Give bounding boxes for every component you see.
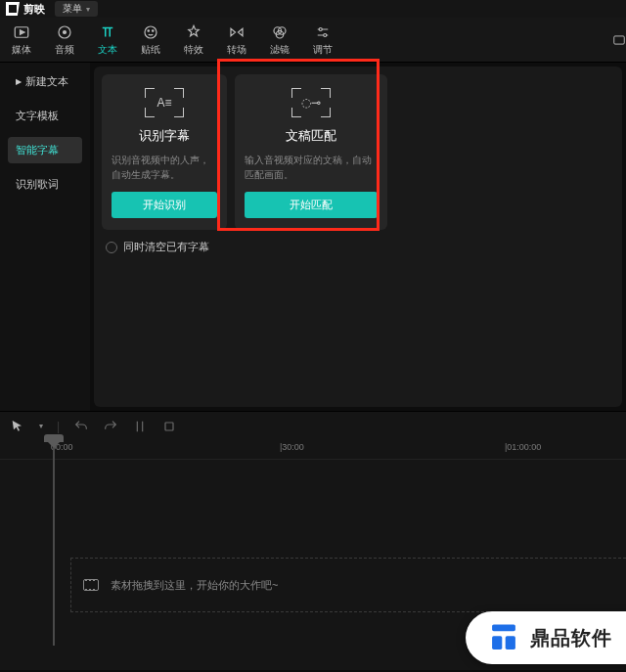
card-title: 识别字幕 (139, 127, 190, 145)
start-recognition-button[interactable]: 开始识别 (112, 192, 217, 218)
playhead[interactable] (53, 440, 55, 646)
split-icon[interactable] (132, 419, 148, 434)
tab-label: 文本 (98, 43, 117, 57)
tab-label: 滤镜 (270, 43, 290, 57)
tab-effects[interactable]: 特效 (172, 23, 215, 57)
svg-point-3 (64, 30, 67, 33)
audio-icon (56, 23, 73, 41)
tab-label: 媒体 (12, 43, 31, 57)
sidebar-item-new-text[interactable]: ▶ 新建文本 (8, 68, 82, 95)
tab-transition[interactable]: 转场 (215, 23, 258, 57)
redo-icon[interactable] (103, 419, 118, 434)
watermark-text: 鼎品软件 (530, 625, 612, 651)
start-match-button[interactable]: 开始匹配 (245, 192, 378, 218)
titlebar: 剪映 菜单 ▾ (0, 0, 626, 18)
ruler-mark: |01:00:00 (505, 442, 541, 452)
transition-icon (228, 23, 246, 41)
text-icon (99, 23, 116, 41)
clear-subtitles-option[interactable]: 同时清空已有字幕 (98, 234, 618, 260)
subtitle-scan-icon: A≡ (145, 88, 184, 117)
svg-rect-12 (614, 35, 625, 43)
svg-rect-16 (506, 636, 515, 650)
media-icon (13, 23, 30, 41)
transcript-scan-icon: ◌⊸ (291, 88, 331, 117)
tab-label: 贴纸 (141, 43, 160, 57)
watermark-icon (487, 621, 520, 654)
effects-icon (185, 23, 202, 41)
logo-icon (6, 2, 20, 16)
main-toolbar: 媒体 音频 文本 贴纸 特效 转场 滤镜 (0, 18, 626, 63)
sidebar: ▶ 新建文本 文字模板 智能字幕 识别歌词 (0, 63, 90, 411)
adjust-icon (314, 23, 332, 41)
tab-media[interactable]: 媒体 (0, 23, 43, 57)
cursor-icon[interactable] (10, 419, 25, 434)
tab-label: 特效 (184, 43, 203, 57)
watermark-badge: 鼎品软件 (466, 611, 626, 664)
time-ruler[interactable]: 00:00 |30:00 |01:00:00 (0, 440, 626, 460)
sidebar-item-text-template[interactable]: 文字模板 (8, 103, 82, 129)
svg-marker-1 (21, 29, 25, 34)
app-logo: 剪映 (6, 2, 45, 17)
sidebar-item-label: 新建文本 (25, 74, 68, 89)
film-icon (83, 579, 99, 591)
menu-label: 菜单 (63, 2, 82, 16)
track-placeholder: 素材拖拽到这里，开始你的大作吧~ (111, 578, 278, 593)
ruler-mark: |30:00 (280, 442, 304, 452)
svg-rect-13 (165, 423, 173, 430)
tab-label: 音频 (55, 43, 74, 57)
separator: | (57, 420, 60, 433)
sidebar-item-label: 智能字幕 (16, 143, 59, 157)
svg-point-4 (145, 26, 156, 38)
tab-text[interactable]: 文本 (86, 23, 129, 57)
undo-icon[interactable] (73, 419, 89, 434)
tab-sticker[interactable]: 贴纸 (129, 23, 172, 57)
sidebar-item-label: 文字模板 (16, 109, 59, 123)
chevron-down-icon: ▾ (86, 5, 90, 14)
menu-button[interactable]: 菜单 ▾ (55, 1, 98, 17)
track-drop-area[interactable]: 素材拖拽到这里，开始你的大作吧~ (70, 558, 626, 612)
card-transcript-match: ◌⊸ 文稿匹配 输入音视频对应的文稿，自动匹配画面。 开始匹配 (235, 74, 387, 230)
checkbox-icon[interactable] (106, 242, 117, 253)
triangle-right-icon: ▶ (16, 77, 22, 86)
delete-icon[interactable] (161, 419, 177, 434)
card-title: 文稿匹配 (286, 127, 336, 145)
main-panel: A≡ 识别字幕 识别音视频中的人声，自动生成字幕。 开始识别 ◌⊸ 文稿匹配 输… (94, 67, 622, 407)
svg-point-6 (153, 29, 155, 31)
card-desc: 识别音视频中的人声，自动生成字幕。 (112, 153, 217, 182)
content-area: ▶ 新建文本 文字模板 智能字幕 识别歌词 A≡ 识别字幕 识别音视频中的人声，… (0, 63, 626, 411)
edit-toolbar: ▾ | (0, 411, 626, 440)
partial-tab-icon (612, 33, 626, 47)
sticker-icon (142, 23, 159, 41)
app-title: 剪映 (23, 2, 45, 17)
tab-label: 转场 (227, 43, 246, 57)
svg-rect-14 (492, 624, 515, 631)
card-desc: 输入音视频对应的文稿，自动匹配画面。 (245, 153, 378, 182)
checkbox-label: 同时清空已有字幕 (123, 240, 209, 254)
chevron-down-icon[interactable]: ▾ (39, 422, 43, 430)
svg-point-11 (324, 33, 327, 36)
sidebar-item-lyrics[interactable]: 识别歌词 (8, 171, 82, 198)
svg-rect-15 (492, 636, 502, 650)
tab-filter[interactable]: 滤镜 (258, 23, 301, 57)
cards-row: A≡ 识别字幕 识别音视频中的人声，自动生成字幕。 开始识别 ◌⊸ 文稿匹配 输… (98, 70, 618, 234)
card-subtitle-recognition: A≡ 识别字幕 识别音视频中的人声，自动生成字幕。 开始识别 (102, 74, 227, 230)
tab-label: 调节 (313, 43, 333, 57)
svg-point-10 (319, 27, 322, 30)
sidebar-item-smart-subtitle[interactable]: 智能字幕 (8, 137, 82, 163)
tab-audio[interactable]: 音频 (43, 23, 86, 57)
sidebar-item-label: 识别歌词 (16, 177, 59, 192)
svg-point-5 (148, 29, 150, 31)
filter-icon (271, 23, 289, 41)
tab-adjust[interactable]: 调节 (301, 23, 344, 57)
